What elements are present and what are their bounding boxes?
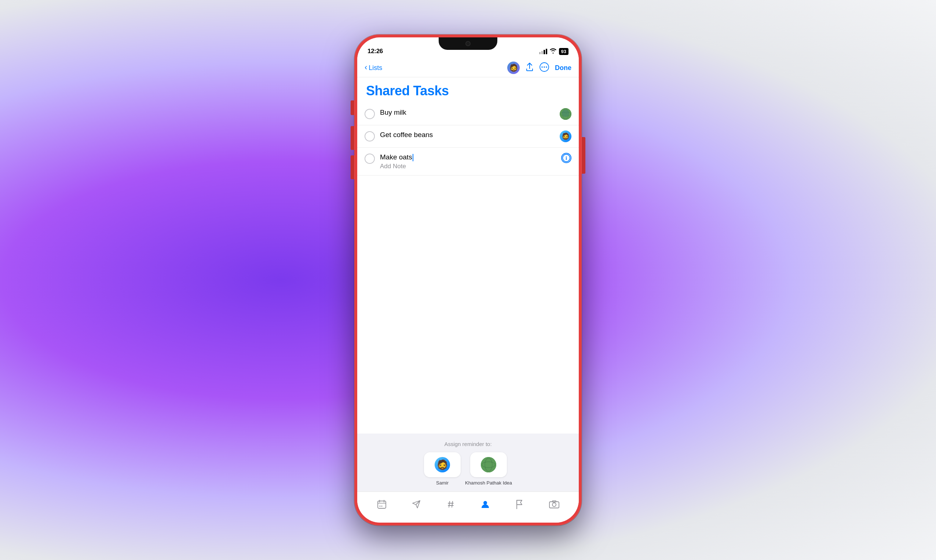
svg-point-3	[546, 66, 547, 68]
svg-point-1	[541, 66, 543, 68]
status-icons: 93	[539, 48, 569, 55]
nav-actions: 🧔 Done	[507, 62, 571, 74]
assign-label: Assign reminder to:	[365, 441, 571, 447]
volume-up-button[interactable]	[351, 126, 354, 150]
signal-bar-4	[546, 49, 547, 54]
wifi-icon	[550, 48, 557, 55]
share-button[interactable]	[526, 63, 534, 73]
list-title: Shared Tasks	[366, 83, 570, 98]
assign-person-khamosh[interactable]: Khamosh Pathak Idea	[465, 452, 512, 486]
screen-body: ‹ Lists 🧔	[357, 57, 579, 523]
volume-down-button[interactable]	[351, 155, 354, 179]
task-name: Get coffee beans	[380, 131, 433, 138]
svg-point-4	[560, 108, 571, 120]
svg-point-6	[560, 112, 571, 116]
task-info-button[interactable]: i	[561, 153, 571, 163]
task-checkbox[interactable]	[365, 154, 375, 164]
signal-bars	[539, 49, 547, 54]
task-name-text: Make oats	[380, 153, 412, 161]
signal-bar-1	[539, 52, 541, 54]
svg-line-21	[452, 502, 453, 507]
assign-options: 🧔 Samir	[365, 452, 571, 486]
svg-point-17	[381, 506, 382, 507]
back-button[interactable]: ‹ Lists	[365, 64, 382, 72]
samir-name: Samir	[436, 480, 449, 486]
back-chevron-icon: ‹	[365, 63, 367, 71]
battery-indicator: 93	[559, 48, 569, 55]
khamosh-avatar-image	[481, 457, 496, 472]
svg-line-20	[449, 502, 450, 507]
list-title-area: Shared Tasks	[357, 77, 579, 103]
power-button[interactable]	[582, 137, 585, 174]
task-content: Get coffee beans	[380, 131, 557, 140]
task-assignee-avatar	[560, 108, 571, 120]
task-assignee-avatar: 🧔	[560, 131, 571, 142]
send-toolbar-icon[interactable]	[408, 496, 424, 512]
text-cursor	[413, 154, 413, 161]
task-list: Buy milk Get coffee	[357, 103, 579, 434]
task-checkbox[interactable]	[365, 131, 375, 142]
signal-bar-3	[544, 50, 545, 54]
assign-section: Assign reminder to: 🧔 Samir	[357, 434, 579, 491]
phone-device: 12:26 93	[354, 34, 582, 526]
svg-point-16	[379, 506, 381, 507]
svg-point-22	[483, 501, 487, 505]
status-time: 12:26	[367, 48, 383, 55]
task-note-placeholder[interactable]: Add Note	[380, 163, 558, 170]
phone-screen: 12:26 93	[357, 37, 579, 523]
assign-person-samir[interactable]: 🧔 Samir	[424, 452, 461, 486]
svg-point-2	[544, 66, 545, 68]
task-checkbox[interactable]	[365, 109, 375, 119]
front-camera	[466, 41, 470, 46]
svg-point-25	[552, 503, 556, 506]
samir-avatar-image: 🧔	[435, 457, 450, 472]
more-options-button[interactable]	[540, 62, 549, 73]
khamosh-name: Khamosh Pathak Idea	[465, 480, 512, 486]
bottom-toolbar	[357, 491, 579, 523]
task-content: Buy milk	[380, 108, 557, 117]
task-content: Make oats Add Note	[380, 153, 558, 170]
task-item-active[interactable]: Make oats Add Note i	[357, 148, 579, 175]
user-avatar-nav[interactable]: 🧔	[507, 62, 520, 74]
khamosh-avatar-button[interactable]	[470, 452, 507, 477]
svg-point-9	[481, 457, 496, 472]
svg-rect-26	[552, 501, 556, 502]
flag-toolbar-icon[interactable]	[512, 496, 528, 512]
navigation-bar: ‹ Lists 🧔	[357, 57, 579, 77]
task-name: Buy milk	[380, 108, 406, 116]
hashtag-toolbar-icon[interactable]	[443, 496, 459, 512]
silent-button[interactable]	[351, 100, 354, 115]
task-name-editing[interactable]: Make oats	[380, 153, 558, 162]
svg-text:i: i	[566, 155, 567, 161]
signal-bar-2	[541, 51, 543, 54]
camera-toolbar-icon[interactable]	[546, 496, 562, 512]
task-item[interactable]: Buy milk	[357, 103, 579, 125]
notch	[439, 37, 497, 50]
person-toolbar-icon[interactable]	[477, 496, 493, 512]
done-button[interactable]: Done	[555, 64, 571, 72]
calendar-toolbar-icon[interactable]	[374, 496, 390, 512]
task-item[interactable]: Get coffee beans 🧔	[357, 125, 579, 148]
samir-avatar-button[interactable]: 🧔	[424, 452, 461, 477]
back-label[interactable]: Lists	[369, 64, 382, 72]
svg-rect-12	[378, 501, 386, 508]
